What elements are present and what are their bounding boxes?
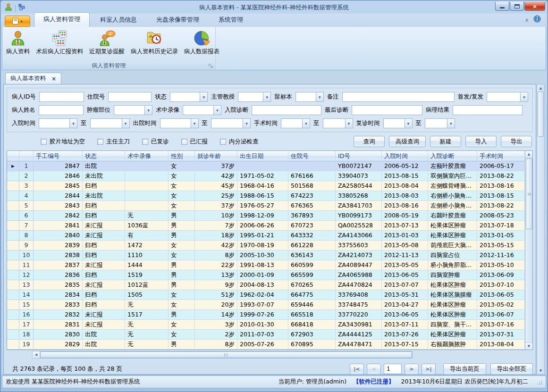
table-row[interactable]: 182830出院无女2岁2011-07-03672903ZA4444125201… — [7, 330, 525, 340]
pager-page-input[interactable] — [384, 364, 402, 374]
import-button[interactable]: 导入 — [465, 136, 497, 147]
patient-id-input[interactable] — [39, 92, 84, 102]
tumor-site-combo[interactable]: ▾ — [114, 105, 152, 115]
horizontal-scroll-thumb[interactable] — [40, 351, 412, 358]
patient-name-input[interactable] — [39, 105, 84, 115]
table-row[interactable]: 42844未出院女25岁1988-06-15674223338052682013… — [7, 191, 525, 201]
maximize-button[interactable] — [510, 2, 524, 11]
admission-time-to-combo[interactable]: ▾ — [90, 118, 130, 128]
scroll-up-icon[interactable]: ▲ — [525, 151, 532, 158]
surgery-time-from-combo[interactable]: ▾ — [281, 118, 310, 128]
table-row[interactable]: 152833归档无女20岁1993-07-0765944633748475201… — [7, 300, 525, 310]
ribbon-button-postop-report[interactable]: 术后病人汇报资料 — [33, 28, 86, 57]
checkbox-endocrine-exam[interactable]: 内分泌检查 — [220, 138, 259, 146]
discharge-time-to-combo[interactable]: ▾ — [211, 118, 251, 128]
window-layout-icon[interactable] — [18, 3, 25, 13]
pager-first-button[interactable]: |< — [350, 364, 364, 375]
first-recurrence-combo[interactable]: ▾ — [487, 92, 528, 102]
remark-input[interactable] — [342, 92, 455, 102]
table-row[interactable]: 82840未汇报有男18岁1995-01-21643332ZA414306620… — [7, 231, 525, 241]
surgery-video-combo[interactable]: ▾ — [183, 105, 221, 115]
table-row[interactable]: ▶12847出院女37岁YB00721472006-05-12左额叶胶质瘤200… — [7, 161, 525, 171]
table-row[interactable]: 52843归档女37岁1976-05-27676365ZA38417032013… — [7, 201, 525, 211]
table-row[interactable]: 172831未汇报无女3岁2010-01-30668418ZA343098120… — [7, 320, 525, 330]
discharge-time-from-combo[interactable]: ▾ — [160, 118, 199, 128]
table-row[interactable]: 92839归档1472女42岁1970-08-19661228337556032… — [7, 241, 525, 250]
admission-diagnosis-input[interactable] — [252, 105, 321, 115]
ribbon-tab-patient-management[interactable]: 病人资料管理 — [34, 12, 90, 27]
grid-horizontal-scrollbar[interactable]: ◀ — [32, 351, 413, 359]
new-button[interactable]: 新建 — [430, 136, 461, 147]
column-header-birth-date[interactable]: 出生日期 — [237, 151, 288, 161]
column-header-status[interactable]: 状态 — [83, 151, 125, 161]
scroll-down-icon[interactable]: ▼ — [525, 342, 532, 350]
grid-vertical-scrollbar[interactable]: ▲ ▼ — [525, 151, 532, 350]
collapse-ribbon-icon[interactable]: ∧ — [525, 17, 529, 23]
application-menu-button[interactable]: ▾ — [5, 16, 30, 27]
column-header-surgery-video[interactable]: 术中录像 — [125, 151, 169, 161]
minimize-button[interactable] — [495, 2, 509, 11]
column-header-surgery-time[interactable]: 手术时间 — [477, 151, 525, 161]
pager-next-button[interactable]: > — [405, 364, 419, 375]
table-row[interactable]: 162832未汇报1517男14岁1999-07-266655183377022… — [7, 310, 525, 320]
help-info-icon[interactable] — [533, 15, 541, 25]
checkbox-revisited[interactable]: 已复诊 — [142, 138, 169, 146]
table-row[interactable]: 192829出院无男8岁2005-07-26670895ZA4478471201… — [7, 340, 525, 350]
advanced-query-button[interactable]: 高级查询 — [389, 136, 426, 147]
table-row[interactable]: 32845归档女45岁1968-04-16501568ZA25805442013… — [7, 181, 525, 191]
specimen-combo[interactable]: ▾ — [295, 92, 324, 102]
checkbox-film-address-empty[interactable]: 胶片地址为空 — [41, 138, 85, 146]
close-button[interactable]: × — [524, 2, 545, 11]
table-row[interactable]: 112837未汇报1444男22岁1991-08-13660599ZA40894… — [7, 260, 525, 270]
scroll-down-icon[interactable]: ▼ — [538, 367, 544, 374]
admission-time-from-combo[interactable]: ▾ — [39, 118, 77, 128]
ribbon-tab-system-management[interactable]: 系统管理 — [210, 13, 252, 27]
final-diagnosis-input[interactable] — [352, 105, 422, 115]
ribbon-button-revisit-reminder[interactable]: 近期复诊提醒 — [86, 28, 127, 57]
checkbox-chief-surgeon[interactable]: 主任主刀 — [97, 138, 130, 146]
status-combo[interactable]: ▾ — [170, 92, 208, 102]
surgery-time-to-combo[interactable]: ▾ — [323, 118, 353, 128]
tab-close-icon[interactable]: × — [51, 75, 56, 82]
document-tab-patient-basic-info[interactable]: 病人基本资料 × — [5, 73, 61, 84]
pathology-result-input[interactable] — [453, 105, 523, 115]
ribbon-tab-media-management[interactable]: 光盘录像带管理 — [147, 13, 208, 27]
column-header-admission-diagnosis[interactable]: 入院诊断 — [428, 151, 477, 161]
scroll-up-icon[interactable]: ▲ — [538, 85, 544, 91]
column-header-admission-time[interactable]: 入院时间 — [382, 151, 428, 161]
column-header-manual-no[interactable]: 手工编号 — [34, 151, 83, 161]
ribbon-button-history-record[interactable]: 病人资料历史记录 — [128, 28, 181, 57]
vertical-scroll-thumb[interactable] — [526, 158, 532, 229]
panel-scroll-thumb[interactable] — [538, 92, 544, 137]
column-header-id-no[interactable]: ID号 — [336, 151, 382, 161]
checkbox-reported[interactable]: 已汇报 — [181, 138, 208, 146]
table-row[interactable]: 22846未出院女42岁1971-05-02676166339040732013… — [7, 171, 525, 181]
export-current-page-button[interactable]: 导出当前页 — [443, 363, 486, 375]
column-header-gender[interactable]: 性别 — [169, 151, 195, 161]
pager-prev-button[interactable]: < — [367, 364, 381, 375]
export-button[interactable]: 导出 — [501, 136, 532, 147]
pager-last-button[interactable]: >| — [422, 364, 436, 375]
ribbon-button-patient-info[interactable]: 病人资料 — [3, 28, 33, 57]
table-row[interactable]: 102838归档1110女8岁2005-10-30636143ZA4214073… — [7, 250, 525, 260]
column-header-inpatient-no[interactable]: 住院号 — [288, 151, 336, 161]
table-row[interactable]: 142834归档1505女51岁1962-02-0466477533769408… — [7, 290, 525, 300]
panel-scrollbar[interactable]: ▲ ▼ — [537, 84, 545, 375]
inpatient-no-input[interactable] — [108, 92, 152, 102]
dialog-launcher-icon[interactable] — [208, 63, 213, 68]
table-row[interactable]: 132835未汇报1012蓝男9岁2004-08-13670265ZA44708… — [7, 280, 525, 290]
query-button[interactable]: 查询 — [354, 136, 385, 147]
resize-grip-icon[interactable] — [537, 379, 542, 384]
revisit-time-to-combo[interactable]: ▾ — [425, 118, 455, 128]
chief-professor-combo[interactable]: ▾ — [238, 92, 271, 102]
revisit-time-from-combo[interactable]: ▾ — [383, 118, 413, 128]
column-header-visit-age[interactable]: 就诊年龄 — [195, 151, 237, 161]
ribbon-button-data-report[interactable]: 病人数据报表 — [181, 28, 222, 57]
ribbon-tab-staff-info[interactable]: 科室人员信息 — [91, 13, 146, 27]
table-row[interactable]: 72841未汇报1036蓝男7岁2006-06-26670723QA002552… — [7, 221, 525, 231]
scroll-left-icon[interactable]: ◀ — [33, 351, 40, 358]
registration-status-link[interactable]: 【软件已注册】 — [353, 378, 395, 386]
table-row[interactable]: 122836归档1519男13岁2000-01-09665599ZA406598… — [7, 270, 525, 280]
table-row[interactable]: 62842归档无男10岁1998-12-09367893YB0099173200… — [7, 211, 525, 221]
export-all-pages-button[interactable]: 导出全部页 — [490, 363, 533, 375]
